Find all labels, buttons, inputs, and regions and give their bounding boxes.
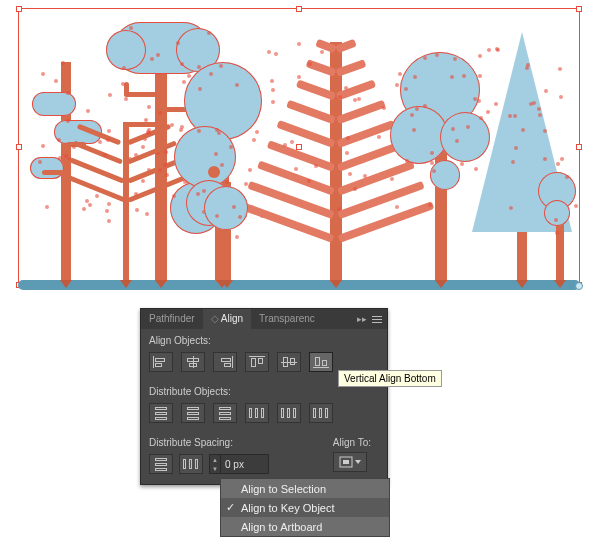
anchor-point[interactable] (95, 194, 99, 198)
vertical-distribute-bottom-button[interactable] (213, 403, 237, 423)
anchor-point[interactable] (435, 53, 439, 57)
anchor-point[interactable] (390, 177, 394, 181)
anchor-point[interactable] (345, 151, 349, 155)
anchor-point[interactable] (172, 194, 176, 198)
anchor-point[interactable] (163, 163, 167, 167)
vertical-align-center-button[interactable] (277, 352, 301, 372)
anchor-point[interactable] (487, 48, 491, 52)
horizontal-align-left-button[interactable] (149, 352, 173, 372)
anchor-point[interactable] (98, 140, 102, 144)
anchor-point[interactable] (158, 168, 162, 172)
flyout-align-to-key-object[interactable]: ✓Align to Key Object (221, 498, 389, 517)
anchor-point[interactable] (141, 145, 145, 149)
horizontal-distribute-right-button[interactable] (309, 403, 333, 423)
anchor-point[interactable] (428, 203, 432, 207)
anchor-point[interactable] (337, 207, 341, 211)
anchor-point[interactable] (135, 208, 139, 212)
selection-handle[interactable] (576, 144, 582, 150)
anchor-point[interactable] (41, 72, 45, 76)
anchor-point[interactable] (198, 87, 202, 91)
anchor-point[interactable] (348, 172, 352, 176)
anchor-point[interactable] (357, 97, 361, 101)
fir-branch[interactable] (335, 39, 357, 53)
anchor-point[interactable] (197, 129, 201, 133)
spacing-field[interactable]: ▲▼ (209, 454, 269, 474)
tree[interactable] (204, 162, 250, 282)
selection-handle[interactable] (576, 6, 582, 12)
anchor-point[interactable] (54, 79, 58, 83)
anchor-point[interactable] (405, 159, 409, 163)
horizontal-distribute-left-button[interactable] (245, 403, 269, 423)
tab-pathfinder[interactable]: Pathfinder (141, 309, 203, 329)
anchor-point[interactable] (267, 50, 271, 54)
vertical-distribute-top-button[interactable] (149, 403, 173, 423)
anchor-point[interactable] (147, 128, 151, 132)
anchor-point[interactable] (415, 107, 419, 111)
vertical-distribute-center-button[interactable] (181, 403, 205, 423)
anchor-point[interactable] (170, 123, 174, 127)
horizontal-align-center-button[interactable] (181, 352, 205, 372)
anchor-point[interactable] (307, 179, 311, 183)
flyout-align-to-artboard[interactable]: Align to Artboard (221, 517, 389, 536)
tree[interactable] (540, 172, 580, 282)
anchor-point[interactable] (45, 205, 49, 209)
anchor-point[interactable] (105, 209, 109, 213)
anchor-point[interactable] (404, 87, 408, 91)
anchor-point[interactable] (107, 129, 111, 133)
anchor-point[interactable] (66, 91, 70, 95)
anchor-point[interactable] (290, 140, 294, 144)
anchor-point[interactable] (423, 104, 427, 108)
anchor-point[interactable] (122, 66, 126, 70)
anchor-point[interactable] (108, 93, 112, 97)
anchor-point[interactable] (514, 146, 518, 150)
anchor-point[interactable] (377, 135, 381, 139)
anchor-point[interactable] (150, 57, 154, 61)
anchor-point[interactable] (232, 205, 236, 209)
anchor-point[interactable] (297, 75, 301, 79)
anchor-point[interactable] (164, 150, 168, 154)
anchor-point[interactable] (538, 113, 542, 117)
anchor-point[interactable] (353, 98, 357, 102)
tree[interactable]: /*branches generated below via DOM to re… (266, 32, 406, 282)
anchor-point[interactable] (165, 173, 169, 177)
flyout-align-to-selection[interactable]: Align to Selection (221, 479, 389, 498)
anchor-point[interactable] (574, 204, 578, 208)
tree[interactable] (66, 112, 186, 282)
anchor-point[interactable] (215, 214, 219, 218)
anchor-point[interactable] (525, 66, 529, 70)
anchor-point[interactable] (559, 95, 563, 99)
horizontal-align-right-button[interactable] (213, 352, 237, 372)
fir-branch[interactable] (336, 120, 395, 148)
fir-branch[interactable] (286, 100, 336, 125)
horizontal-distribute-space-button[interactable] (179, 454, 203, 474)
panel-menu-icon[interactable] (371, 313, 383, 325)
anchor-point[interactable] (460, 162, 464, 166)
anchor-point[interactable] (82, 207, 86, 211)
artboard-selection[interactable]: /*branches generated below via DOM to re… (18, 8, 580, 296)
anchor-point[interactable] (532, 101, 536, 105)
anchor-point[interactable] (220, 163, 224, 167)
anchor-point[interactable] (543, 157, 547, 161)
anchor-point[interactable] (430, 161, 434, 165)
anchor-point[interactable] (453, 57, 457, 61)
vertical-align-top-button[interactable] (245, 352, 269, 372)
anchor-point[interactable] (183, 180, 187, 184)
anchor-point[interactable] (486, 110, 490, 114)
anchor-point[interactable] (196, 192, 200, 196)
anchor-point[interactable] (450, 75, 454, 79)
anchor-point[interactable] (274, 52, 278, 56)
anchor-point[interactable] (556, 162, 560, 166)
anchor-point[interactable] (271, 100, 275, 104)
anchor-point[interactable] (462, 74, 466, 78)
anchor-point[interactable] (363, 174, 367, 178)
anchor-point[interactable] (513, 114, 517, 118)
vertical-distribute-space-button[interactable] (149, 454, 173, 474)
align-to-button[interactable] (333, 452, 367, 472)
anchor-point[interactable] (106, 138, 110, 142)
anchor-point[interactable] (61, 61, 65, 65)
anchor-point[interactable] (209, 72, 213, 76)
anchor-point[interactable] (478, 54, 482, 58)
anchor-point[interactable] (494, 102, 498, 106)
anchor-point[interactable] (297, 42, 301, 46)
anchor-point[interactable] (430, 151, 434, 155)
